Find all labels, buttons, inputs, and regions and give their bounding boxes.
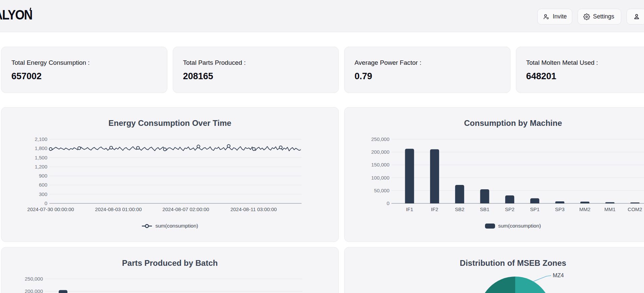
chart-card-consumption-by-machine: Consumption by Machine 250,000200,000150… [344, 107, 644, 242]
svg-text:1,200: 1,200 [35, 164, 47, 169]
svg-text:1,500: 1,500 [35, 155, 47, 160]
kpi-label: Total Energy Consumption : [11, 59, 157, 66]
chart-title: Energy Consumption Over Time [1, 118, 338, 128]
svg-text:IF1: IF1 [406, 206, 413, 212]
kpi-card-total-parts: Total Parts Produced : 208165 [173, 47, 339, 93]
svg-text:2024-08-07 02:00:00: 2024-08-07 02:00:00 [162, 206, 209, 212]
svg-text:SP1: SP1 [530, 206, 539, 212]
svg-text:COM2: COM2 [628, 206, 642, 212]
svg-text:100,000: 100,000 [371, 175, 389, 181]
kpi-card-total-molten-metal: Total Molten Metal Used : 648201 [516, 47, 644, 93]
svg-text:250,000: 250,000 [25, 276, 43, 282]
svg-text:200,000: 200,000 [25, 288, 43, 293]
dashboard-content: Total Energy Consumption : 657002 Total … [1, 47, 644, 293]
svg-text:1,800: 1,800 [35, 145, 47, 151]
user-account-button[interactable] [627, 9, 644, 25]
svg-text:300: 300 [39, 191, 47, 197]
svg-text:SP2: SP2 [505, 206, 515, 212]
svg-text:150,000: 150,000 [371, 162, 389, 167]
svg-text:2,100: 2,100 [35, 136, 47, 142]
kpi-card-total-energy: Total Energy Consumption : 657002 [1, 47, 167, 93]
svg-text:600: 600 [39, 182, 47, 188]
svg-text:2024-08-11 03:00:00: 2024-08-11 03:00:00 [230, 206, 277, 212]
svg-text:200,000: 200,000 [371, 149, 389, 155]
chart-card-energy-over-time: Energy Consumption Over Time 2,1001,8001… [1, 107, 339, 242]
legend-label: sum(consumption) [155, 223, 198, 229]
kpi-label: Average Power Factor : [355, 59, 500, 66]
kpi-value: 648201 [526, 71, 644, 82]
svg-text:MM1: MM1 [604, 206, 615, 212]
svg-text:IF2: IF2 [431, 206, 438, 212]
kpi-value: 657002 [11, 71, 157, 82]
gear-icon [583, 13, 590, 20]
kpi-label: Total Parts Produced : [183, 59, 329, 66]
brand-logo: ALYON [0, 7, 32, 22]
user-plus-icon [543, 13, 550, 20]
kpi-label: Total Molten Metal Used : [526, 59, 644, 66]
svg-text:250,000: 250,000 [371, 136, 389, 142]
svg-text:0: 0 [387, 200, 389, 206]
svg-text:900: 900 [39, 173, 47, 179]
chart-title: Parts Produced by Batch [1, 258, 338, 268]
bar-chart-legend[interactable]: sum(consumption) [344, 223, 644, 229]
app-header: ALYON Invite Settings [0, 0, 644, 32]
kpi-value: 0.79 [355, 71, 500, 82]
svg-text:0: 0 [45, 200, 47, 206]
svg-text:SP3: SP3 [555, 206, 565, 212]
kpi-value: 208165 [183, 71, 329, 82]
line-chart-canvas: 2,1001,8001,5001,20090060030002024-07-30… [1, 133, 339, 215]
line-chart-legend[interactable]: sum(consumption) [1, 223, 338, 229]
pie-chart-canvas [344, 266, 644, 293]
svg-text:MM2: MM2 [579, 206, 590, 212]
charts-grid: Energy Consumption Over Time 2,1001,8001… [1, 107, 644, 293]
bar-chart-canvas: 250,000200,000 [1, 273, 339, 293]
person-icon [633, 13, 640, 20]
kpi-row: Total Energy Consumption : 657002 Total … [1, 47, 644, 93]
chart-card-parts-by-batch: Parts Produced by Batch 250,000200,000 [1, 247, 339, 293]
svg-text:2024-07-30 00:00:00: 2024-07-30 00:00:00 [27, 206, 74, 212]
settings-button[interactable]: Settings [578, 9, 621, 25]
kpi-card-avg-power-factor: Average Power Factor : 0.79 [344, 47, 511, 93]
chart-card-mseb-zones: Distribution of MSEB Zones MZ4 [344, 247, 644, 293]
settings-button-label: Settings [593, 13, 614, 20]
svg-text:2024-08-03 01:00:00: 2024-08-03 01:00:00 [95, 206, 142, 212]
legend-label: sum(consumption) [498, 223, 541, 229]
line-legend-marker-icon [142, 224, 152, 229]
chart-title: Consumption by Machine [344, 118, 644, 128]
bar-legend-swatch-icon [485, 224, 495, 229]
svg-text:50,000: 50,000 [374, 188, 389, 193]
svg-text:SB1: SB1 [480, 206, 489, 212]
invite-button-label: Invite [553, 13, 567, 20]
pie-slice-callout-label: MZ4 [553, 272, 564, 279]
bar-chart-canvas: 250,000200,000150,000100,00050,0000IF1IF… [344, 133, 644, 215]
invite-button[interactable]: Invite [537, 9, 572, 25]
svg-text:SB2: SB2 [455, 206, 464, 212]
